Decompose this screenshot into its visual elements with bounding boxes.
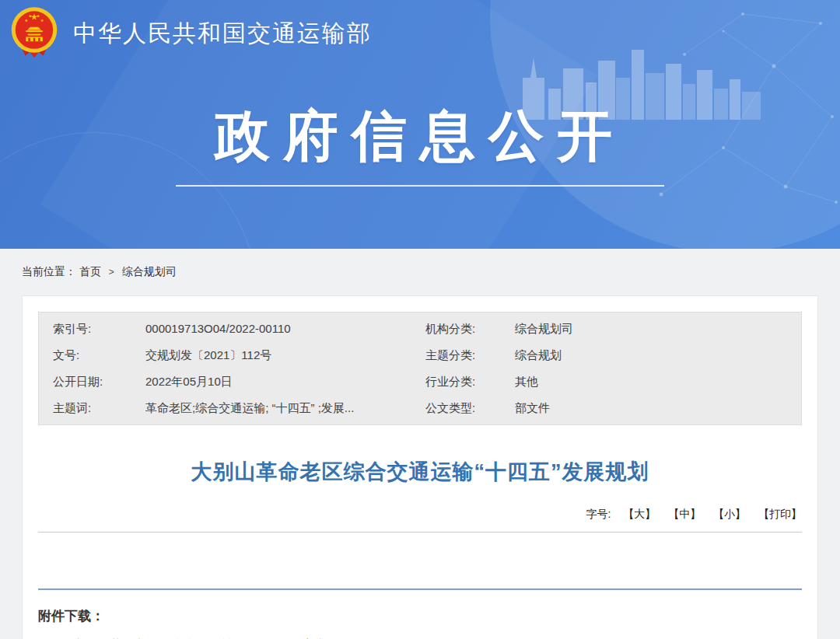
font-size-large-button[interactable]: 【大】: [623, 508, 656, 520]
font-size-medium-button[interactable]: 【中】: [668, 508, 701, 520]
meta-value-publish-date: 2022年05月10日: [145, 368, 425, 395]
meta-value-index: 000019713O04/2022-00110: [145, 316, 425, 342]
meta-value-topic-category: 综合规划: [515, 342, 801, 368]
meta-value-org-category: 综合规划司: [515, 316, 801, 342]
meta-value-industry-category: 其他: [515, 368, 801, 395]
breadcrumb-separator: >: [109, 267, 114, 278]
article-title: 大别山革命老区综合交通运输“十四五”发展规划: [38, 458, 802, 486]
banner-title: 政府信息公开: [0, 100, 840, 173]
banner-underline: [176, 185, 664, 187]
meta-row-index: 索引号: 000019713O04/2022-00110 机构分类: 综合规划司: [39, 316, 801, 342]
meta-label-publish-date: 公开日期:: [39, 368, 145, 395]
meta-label-org-category: 机构分类:: [425, 316, 515, 342]
breadcrumb-label: 当前位置：: [22, 265, 76, 278]
site-header: 中华人民共和国交通运输部 政府信息公开: [0, 0, 840, 249]
site-brand[interactable]: 中华人民共和国交通运输部: [9, 6, 372, 61]
site-name: 中华人民共和国交通运输部: [73, 18, 372, 50]
breadcrumb-current-link[interactable]: 综合规划司: [122, 265, 177, 278]
attachments-heading: 附件下载：: [38, 607, 802, 625]
meta-label-industry-category: 行业分类:: [425, 368, 515, 395]
meta-row-doc-number: 文号: 交规划发〔2021〕112号 主题分类: 综合规划: [39, 342, 801, 368]
font-size-small-button[interactable]: 【小】: [713, 508, 746, 520]
breadcrumb: 当前位置： 首页 > 综合规划司: [0, 249, 840, 295]
meta-row-publish-date: 公开日期: 2022年05月10日 行业分类: 其他: [39, 368, 801, 395]
meta-label-index: 索引号:: [39, 316, 145, 342]
meta-row-keywords: 主题词: 革命老区;综合交通运输; “十四五” ;发展... 公文类型: 部文件: [39, 395, 801, 421]
meta-value-keywords: 革命老区;综合交通运输; “十四五” ;发展...: [145, 395, 425, 421]
banner: 政府信息公开: [0, 100, 840, 187]
document-meta-table: 索引号: 000019713O04/2022-00110 机构分类: 综合规划司…: [38, 312, 802, 425]
meta-value-doc-type: 部文件: [515, 395, 801, 421]
meta-label-doc-number: 文号:: [39, 342, 145, 368]
font-size-label: 字号:: [586, 508, 611, 520]
font-size-toolbar: 字号: 【大】 【中】 【小】 【打印】: [38, 508, 802, 532]
article-body-spacer: [38, 532, 802, 588]
national-emblem-icon: [9, 6, 59, 61]
print-button[interactable]: 【打印】: [758, 508, 802, 520]
breadcrumb-home-link[interactable]: 首页: [79, 265, 101, 278]
meta-label-keywords: 主题词:: [39, 395, 145, 421]
meta-label-topic-category: 主题分类:: [425, 342, 515, 368]
attachments-section: 附件下载： 1. 大别山革命老区综合交通运输“十四五”发展规划.pdf: [38, 588, 802, 639]
content-card: 索引号: 000019713O04/2022-00110 机构分类: 综合规划司…: [22, 295, 818, 639]
meta-label-doc-type: 公文类型:: [425, 395, 515, 421]
meta-value-doc-number: 交规划发〔2021〕112号: [145, 342, 425, 368]
